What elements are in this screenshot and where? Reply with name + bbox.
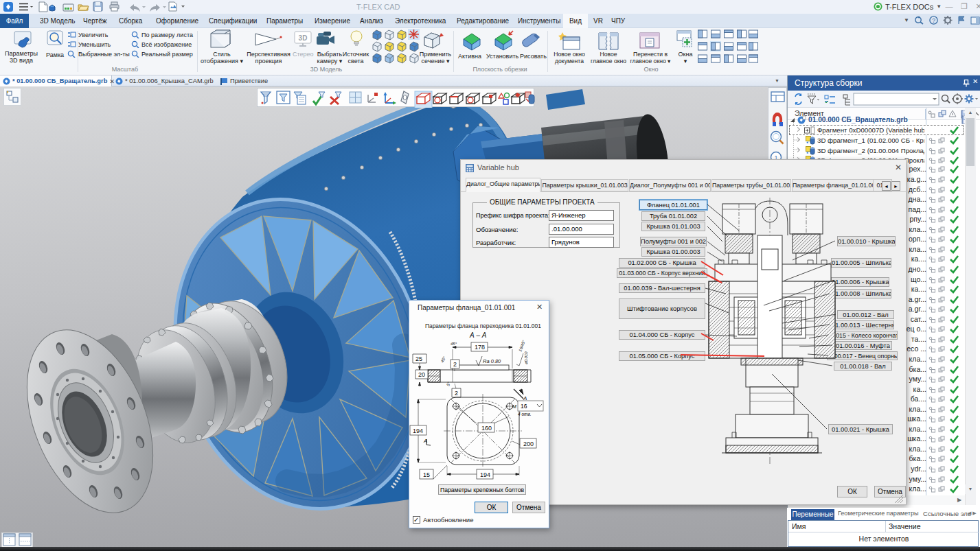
- svg-text:Ra 0.80: Ra 0.80: [483, 358, 501, 364]
- svg-text:?: ?: [932, 17, 935, 24]
- svg-text:А: А: [423, 438, 427, 444]
- svg-text:2: 2: [453, 361, 457, 368]
- svg-text:5°: 5°: [446, 381, 451, 386]
- svg-text:25: 25: [415, 355, 422, 362]
- svg-text:194: 194: [480, 471, 490, 478]
- svg-text:200: 200: [523, 441, 534, 447]
- svg-text:178: 178: [475, 344, 485, 351]
- svg-text:4 отв.: 4 отв.: [518, 412, 532, 417]
- svg-text:M: M: [512, 404, 516, 409]
- svg-text:3D: 3D: [299, 34, 308, 42]
- svg-text:16í45°: 16í45°: [518, 339, 526, 352]
- svg-text:2: 2: [455, 390, 458, 397]
- svg-text:20: 20: [418, 371, 425, 378]
- svg-text:⌀0.010: ⌀0.010: [524, 351, 528, 364]
- svg-text:45°: 45°: [451, 342, 457, 346]
- svg-text:160: 160: [481, 425, 492, 432]
- svg-text:45°: 45°: [440, 355, 447, 363]
- svg-text:194: 194: [413, 427, 423, 434]
- svg-text:16: 16: [521, 403, 527, 410]
- svg-text:15: 15: [423, 471, 430, 478]
